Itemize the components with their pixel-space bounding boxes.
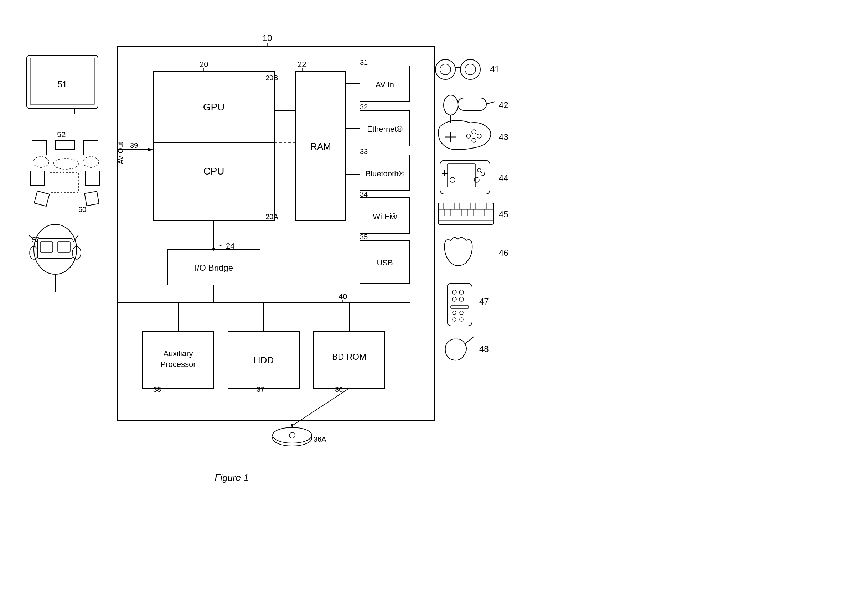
label-41: 41 — [490, 64, 499, 74]
label-ram: RAM — [311, 141, 331, 152]
label-37: 37 — [257, 385, 265, 393]
label-39: 39 — [130, 141, 138, 149]
label-40: 40 — [339, 292, 347, 301]
label-wifi: Wi-Fi® — [373, 212, 397, 221]
label-32: 32 — [360, 103, 368, 111]
label-52: 52 — [57, 130, 65, 139]
label-46: 46 — [499, 248, 508, 257]
label-20a: 20A — [266, 213, 278, 220]
label-20: 20 — [199, 60, 208, 69]
label-aux-proc-line1: Auxiliary — [163, 349, 193, 358]
label-47: 47 — [479, 297, 489, 306]
label-av-out: AV Out — [116, 142, 124, 164]
label-24: ~ 24 — [219, 242, 235, 250]
label-36: 36 — [335, 385, 343, 393]
label-51: 51 — [58, 79, 67, 89]
diagram-container: 10 AV Out 39 20 GPU 20B CPU 20A RAM 22 A… — [0, 0, 868, 597]
label-usb: USB — [377, 258, 393, 267]
label-38: 38 — [153, 385, 161, 393]
label-aux-proc-line2: Processor — [161, 360, 196, 369]
label-20b: 20B — [266, 74, 278, 82]
svg-rect-0 — [0, 0, 868, 597]
label-35: 35 — [360, 233, 368, 241]
label-hdd: HDD — [254, 355, 273, 365]
label-bd-rom-line1: BD ROM — [332, 352, 366, 362]
label-36a: 36A — [314, 435, 326, 443]
label-io-bridge: I/O Bridge — [195, 263, 233, 272]
label-33: 33 — [360, 147, 368, 155]
label-60: 60 — [79, 205, 86, 213]
label-ethernet: Ethernet® — [367, 125, 402, 134]
label-44: 44 — [499, 173, 508, 183]
label-22: 22 — [297, 60, 306, 69]
label-34: 34 — [360, 190, 368, 198]
label-42: 42 — [499, 100, 508, 110]
label-45: 45 — [499, 209, 508, 219]
label-48: 48 — [479, 344, 489, 354]
label-av-in: AV In — [376, 80, 394, 89]
label-gpu: GPU — [203, 101, 225, 113]
label-43: 43 — [499, 132, 508, 142]
figure-caption: Figure 1 — [214, 472, 248, 483]
label-10: 10 — [263, 33, 272, 43]
label-31: 31 — [360, 58, 368, 66]
svg-point-33 — [273, 428, 312, 443]
label-bluetooth: Bluetooth® — [365, 169, 404, 178]
label-cpu: CPU — [203, 166, 224, 177]
